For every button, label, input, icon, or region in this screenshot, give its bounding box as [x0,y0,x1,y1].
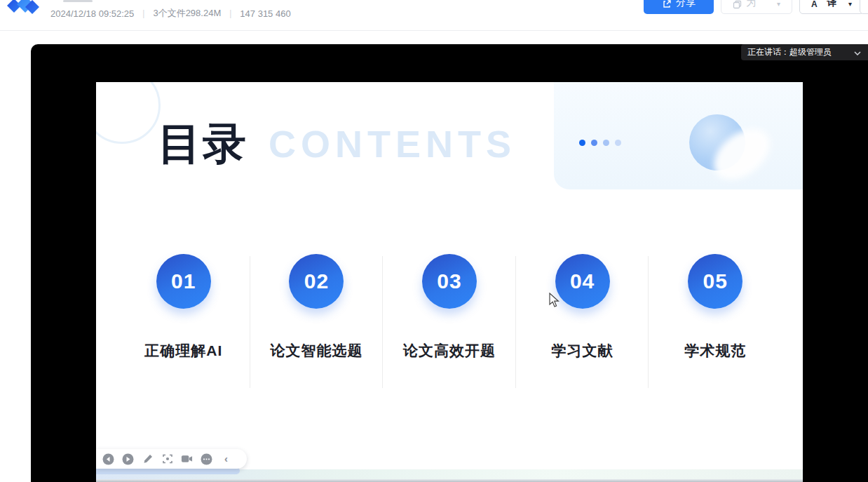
translate-button-label: 翻译 [827,0,844,9]
collapse-chevron-icon[interactable]: ‹ [220,453,232,465]
prev-circle-icon[interactable] [102,453,114,465]
camera-icon[interactable] [181,453,193,465]
content-item-2: 02 论文智能选题 [250,254,384,361]
contents-items: 01 正确理解AI 02 论文智能选题 03 论文高效开题 04 学习文献 [117,254,782,361]
video-player[interactable]: 正在讲话：超级管理员 目 [31,44,868,482]
caret-down-icon: ▾ [848,1,852,9]
speaking-indicator[interactable]: 正在讲话：超级管理员 [741,44,868,60]
share-export-icon [662,0,672,9]
presentation-slide: 目录 CONTENTS 01 正确理解AI 02 论文智能选题 03 论文高效开… [96,82,803,482]
recording-datetime: 2024/12/18 09:52:25 [50,8,134,19]
translate-wa-icon: 文A [811,0,822,9]
caret-down-icon: ▾ [777,1,780,9]
speaking-label: 正在讲话：超级管理员 [747,46,850,58]
item-number-badge: 03 [422,254,477,309]
content-item-4: 04 学习文献 [516,254,649,361]
content-item-3: 03 论文高效开题 [383,254,516,361]
save-copy-icon [733,0,742,9]
slide-title: 目录 CONTENTS [158,116,516,172]
slide-title-en: CONTENTS [269,122,516,166]
item-number-badge: 04 [555,254,610,309]
annotation-toolbar: ‹ [96,449,247,469]
pagination-dots [579,140,621,146]
item-number: 04 [570,269,595,293]
header: 2024/12/18 09:52:25 | 3个文件298.24M | 147 … [0,0,868,31]
mouse-cursor [549,293,560,311]
meta-separator: | [142,8,144,18]
meeting-number: 147 315 460 [240,8,290,19]
item-label: 学术规范 [684,341,746,361]
item-number-badge: 01 [156,254,211,309]
dot [615,140,621,146]
cropped-title-element [63,0,93,2]
item-number-badge: 02 [289,254,344,309]
item-label: 正确理解AI [144,341,222,361]
dot-active [579,140,585,146]
header-actions: 分享 另存为 ▾ 文A 翻译 ▾ [644,0,864,14]
item-number: 03 [437,269,461,293]
files-size: 3个文件298.24M [153,7,221,20]
slide-corner-panel [554,82,803,189]
decor-sphere [689,114,745,170]
slide-title-cn: 目录 [158,114,247,173]
item-number: 02 [304,269,329,293]
content-item-5: 05 学术规范 [649,254,782,361]
item-number-badge: 05 [688,254,742,309]
pencil-icon[interactable] [142,453,154,465]
save-as-button-label: 另存为 [746,0,773,9]
item-number: 05 [703,269,727,293]
play-circle-icon[interactable] [122,453,134,465]
dot [591,140,597,146]
item-number: 01 [171,269,196,293]
content-item-1: 01 正确理解AI [117,254,250,361]
translate-button[interactable]: 文A 翻译 ▾ [799,0,864,14]
recording-meta: 2024/12/18 09:52:25 | 3个文件298.24M | 147 … [50,7,291,20]
slide-bottom-edge [96,479,803,482]
cropped-right-button[interactable] [860,0,868,14]
item-label: 论文高效开题 [403,341,496,361]
save-as-button[interactable]: 另存为 ▾ [721,0,792,14]
chevron-down-icon [854,48,861,58]
decor-swoosh [705,119,780,189]
meta-separator: | [229,8,231,18]
app-logo-icon[interactable] [4,0,43,20]
scan-frame-icon[interactable] [161,453,173,465]
decor-circle [96,82,161,144]
item-label: 论文智能选题 [270,341,362,361]
share-button[interactable]: 分享 [644,0,714,14]
app: 2024/12/18 09:52:25 | 3个文件298.24M | 147 … [0,0,868,482]
dot [603,140,609,146]
share-button-label: 分享 [676,0,696,9]
more-dots-icon[interactable] [201,453,212,465]
item-label: 学习文献 [552,341,613,361]
